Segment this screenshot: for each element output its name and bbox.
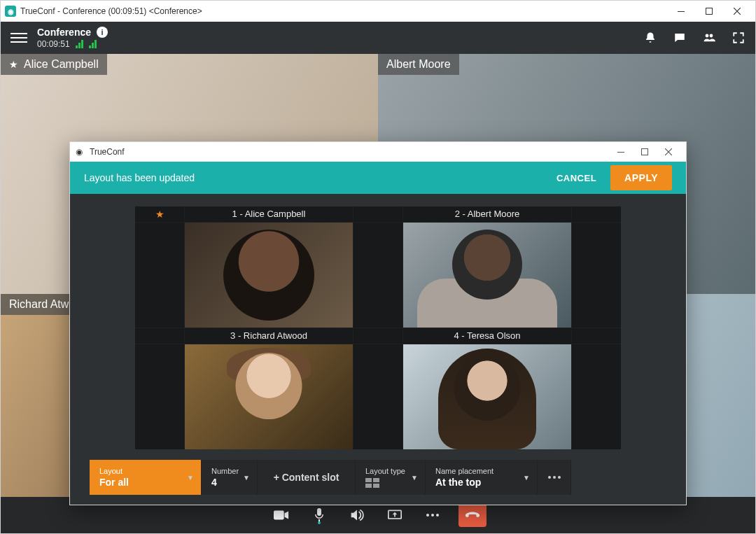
apply-button[interactable]: APPLY bbox=[610, 165, 672, 190]
svg-point-13 bbox=[553, 476, 556, 479]
window-minimize-button[interactable] bbox=[667, 1, 695, 22]
microphone-button[interactable] bbox=[307, 503, 331, 527]
layout-type-dropdown[interactable]: Layout type ▼ bbox=[356, 460, 426, 495]
app-icon: ◉ bbox=[76, 147, 85, 157]
svg-rect-10 bbox=[617, 152, 624, 153]
app-topbar: Conference i 00:09:51 bbox=[1, 22, 755, 54]
dialog-titlebar: ◉ TrueConf bbox=[70, 142, 686, 162]
layout-slot[interactable] bbox=[403, 223, 571, 328]
participants-icon[interactable] bbox=[702, 31, 716, 45]
conference-info: Conference i 00:09:51 bbox=[37, 27, 108, 49]
dialog-body: ★ 1 - Alice Campbell 2 - Albert Moore bbox=[70, 194, 686, 505]
svg-point-14 bbox=[558, 476, 561, 479]
svg-point-12 bbox=[548, 476, 551, 479]
slot-header: 2 - Albert Moore bbox=[403, 206, 571, 222]
menu-button[interactable] bbox=[10, 33, 27, 43]
window-maximize-button[interactable] bbox=[695, 1, 723, 22]
camera-button[interactable] bbox=[270, 503, 293, 527]
notifications-icon[interactable] bbox=[643, 31, 657, 45]
svg-rect-11 bbox=[642, 149, 648, 155]
window-close-button[interactable] bbox=[723, 1, 751, 22]
dialog-banner: Layout has been updated CANCEL APPLY bbox=[70, 162, 686, 194]
svg-point-2 bbox=[706, 34, 709, 38]
layout-preview-grid: ★ 1 - Alice Campbell 2 - Albert Moore bbox=[135, 206, 621, 449]
info-icon[interactable]: i bbox=[97, 27, 108, 38]
svg-rect-5 bbox=[317, 508, 321, 516]
svg-point-7 bbox=[426, 514, 429, 517]
speaker-button[interactable] bbox=[345, 503, 369, 527]
hangup-button[interactable] bbox=[458, 503, 486, 527]
slot-number-dropdown[interactable]: Number 4 ▼ bbox=[202, 460, 258, 495]
svg-rect-0 bbox=[678, 11, 685, 12]
layout-controls-bar: Layout For all ▼ Number 4 ▼ + Content sl… bbox=[90, 460, 666, 495]
layout-scope-dropdown[interactable]: Layout For all ▼ bbox=[90, 460, 202, 495]
slot-header: 3 - Richard Atwood bbox=[185, 328, 353, 344]
grid-layout-icon bbox=[365, 478, 379, 488]
chevron-down-icon: ▼ bbox=[187, 474, 194, 482]
slot-header: 4 - Teresa Olson bbox=[403, 328, 571, 344]
banner-message: Layout has been updated bbox=[84, 172, 195, 183]
more-options-button[interactable] bbox=[421, 503, 444, 527]
chevron-down-icon: ▼ bbox=[411, 474, 418, 482]
signal-bars-icon bbox=[76, 40, 83, 48]
layout-slot[interactable] bbox=[403, 344, 571, 449]
mic-indicator-dot bbox=[318, 521, 321, 524]
layout-slot[interactable] bbox=[185, 344, 353, 449]
dialog-minimize-button[interactable] bbox=[609, 143, 633, 160]
elapsed-time: 00:09:51 bbox=[37, 39, 70, 49]
name-placement-dropdown[interactable]: Name placement At the top ▼ bbox=[426, 460, 538, 495]
participant-name-overlay: ★ Alice Campbell bbox=[1, 54, 107, 75]
slot-header: 1 - Alice Campbell bbox=[185, 206, 353, 222]
star-icon: ★ bbox=[9, 59, 18, 70]
window-title: TrueConf - Conference (00:09:51) <Confer… bbox=[20, 6, 202, 16]
svg-rect-4 bbox=[274, 511, 284, 520]
layout-editor-dialog: ◉ TrueConf Layout has been updated CANCE… bbox=[69, 141, 687, 505]
svg-point-8 bbox=[431, 514, 434, 517]
svg-point-9 bbox=[436, 514, 439, 517]
layout-more-button[interactable] bbox=[538, 460, 571, 495]
video-area: ★ Alice Campbell Albert Moore Richard At… bbox=[1, 54, 755, 533]
dialog-close-button[interactable] bbox=[657, 143, 680, 160]
add-content-slot-button[interactable]: + Content slot bbox=[258, 460, 356, 495]
main-window: ◉ TrueConf - Conference (00:09:51) <Conf… bbox=[0, 0, 756, 534]
cancel-button[interactable]: CANCEL bbox=[556, 173, 596, 183]
participant-name-overlay: Albert Moore bbox=[378, 54, 459, 75]
conference-title: Conference bbox=[37, 27, 91, 38]
chevron-down-icon: ▼ bbox=[243, 474, 250, 482]
chat-icon[interactable] bbox=[673, 31, 687, 45]
signal-bars-icon bbox=[89, 40, 97, 48]
fullscreen-icon[interactable] bbox=[732, 31, 746, 45]
dialog-maximize-button[interactable] bbox=[633, 143, 657, 160]
layout-slot[interactable] bbox=[185, 223, 353, 328]
star-icon: ★ bbox=[135, 206, 184, 222]
chevron-down-icon: ▼ bbox=[523, 474, 530, 482]
dialog-title: TrueConf bbox=[90, 147, 125, 157]
os-titlebar: ◉ TrueConf - Conference (00:09:51) <Conf… bbox=[1, 1, 755, 22]
svg-rect-1 bbox=[706, 8, 713, 15]
app-icon: ◉ bbox=[5, 6, 16, 17]
svg-point-3 bbox=[710, 34, 713, 38]
share-screen-button[interactable] bbox=[383, 503, 407, 527]
